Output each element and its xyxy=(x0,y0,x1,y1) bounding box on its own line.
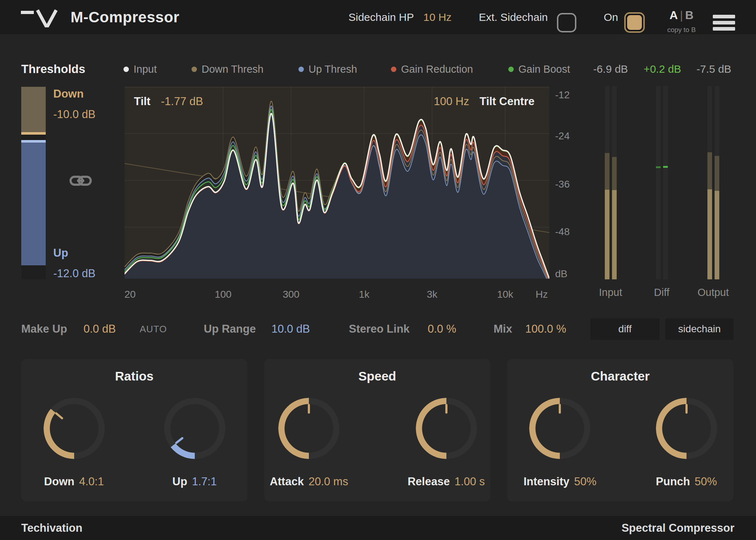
panel-speed: Speed Attack20.0 msRelease1.00 s xyxy=(264,359,490,501)
knob-value[interactable]: 1.7:1 xyxy=(192,475,217,488)
knob-unit: Release1.00 s xyxy=(408,398,485,488)
link-thresholds-icon[interactable] xyxy=(69,173,92,190)
knob-indicator-icon xyxy=(685,404,688,414)
down-threshold-value[interactable]: -10.0 dB xyxy=(53,108,95,121)
legend-item[interactable]: Gain Boost xyxy=(508,61,570,77)
top-bar: M-Compressor Sidechain HP 10 Hz Ext. Sid… xyxy=(0,0,756,34)
make-up-value[interactable]: 0.0 dB xyxy=(84,318,116,340)
meter-reading-value: -7.5 dB xyxy=(697,61,732,77)
x-axis-tick: Hz xyxy=(536,288,548,301)
stereo-link-value[interactable]: 0.0 % xyxy=(428,318,456,340)
threshold-slider[interactable] xyxy=(21,87,46,279)
meter-reading-value: -6.9 dB xyxy=(593,61,628,77)
knob-unit: Down4.0:1 xyxy=(44,398,105,488)
x-axis-tick: 1k xyxy=(359,288,370,301)
knob-label: Up xyxy=(172,475,187,488)
up-threshold-label: Up xyxy=(53,247,68,260)
legend-item[interactable]: Up Thresh xyxy=(298,61,357,77)
knob-attack[interactable] xyxy=(278,398,339,459)
on-toggle-fill xyxy=(627,15,642,30)
plugin-window: M-Compressor Sidechain HP 10 Hz Ext. Sid… xyxy=(0,0,756,540)
knob-caption: Down4.0:1 xyxy=(44,475,104,488)
menu-icon[interactable] xyxy=(713,15,735,33)
down-threshold-region[interactable] xyxy=(21,87,46,132)
knob-value[interactable]: 1.00 s xyxy=(454,475,485,488)
ext-sidechain-label: Ext. Sidechain xyxy=(479,0,548,34)
panel-title: Ratios xyxy=(21,369,247,383)
meter-column-input xyxy=(605,86,617,279)
legend-label: Gain Boost xyxy=(518,63,570,75)
mix-value[interactable]: 100.0 % xyxy=(525,318,566,340)
knob-unit: Punch50% xyxy=(656,398,717,488)
sidechain-button[interactable]: sidechain xyxy=(665,318,734,340)
knob-indicator-icon xyxy=(308,404,310,414)
tilt-label: Tilt xyxy=(134,94,150,109)
auto-button[interactable]: AUTO xyxy=(140,318,167,340)
thresholds-heading: Thresholds xyxy=(21,61,85,77)
knob-indicator-icon xyxy=(54,412,63,420)
legend-item[interactable]: Down Thresh xyxy=(192,61,264,77)
knob-label: Release xyxy=(408,475,450,488)
knob-intensity[interactable] xyxy=(529,398,590,459)
up-range-value[interactable]: 10.0 dB xyxy=(271,318,310,340)
knob-caption: Up1.7:1 xyxy=(172,475,217,488)
up-threshold-handle[interactable] xyxy=(21,140,46,143)
knob-punch[interactable] xyxy=(656,398,717,459)
y-axis-tick: -48 xyxy=(555,225,570,238)
ab-switch[interactable]: A|B xyxy=(662,9,701,22)
knob-label: Intensity xyxy=(523,475,569,488)
spectrum-display[interactable] xyxy=(125,87,549,279)
knob-release[interactable] xyxy=(416,398,477,459)
copy-to-b-button[interactable]: copy to B xyxy=(662,26,701,34)
ext-sidechain-toggle[interactable] xyxy=(557,13,576,32)
knob-caption: Intensity50% xyxy=(523,475,597,488)
knob-label: Attack xyxy=(270,475,304,488)
knob-value[interactable]: 4.0:1 xyxy=(79,475,104,488)
legend-item[interactable]: Input xyxy=(123,61,157,77)
knob-value[interactable]: 20.0 ms xyxy=(309,475,348,488)
up-threshold-value[interactable]: -12.0 dB xyxy=(53,267,95,280)
down-threshold-label: Down xyxy=(53,87,84,100)
sidechain-hp-label: Sidechain HP xyxy=(348,0,414,34)
diff-button[interactable]: diff xyxy=(590,318,660,340)
knob-down[interactable] xyxy=(44,398,105,459)
knob-row: Attack20.0 msRelease1.00 s xyxy=(264,398,490,488)
y-axis-tick: -36 xyxy=(555,178,570,191)
on-toggle[interactable] xyxy=(624,12,645,33)
meter-bar xyxy=(656,86,661,279)
legend-label: Up Thresh xyxy=(309,63,357,75)
x-axis-tick: 3k xyxy=(427,288,438,301)
on-label: On xyxy=(604,0,618,34)
legend-label: Input xyxy=(134,63,157,75)
diff-meter-tick xyxy=(663,166,668,168)
x-axis-tick: 20 xyxy=(125,288,136,301)
tilt-value[interactable]: -1.77 dB xyxy=(161,94,203,109)
knob-unit: Attack20.0 ms xyxy=(270,398,348,488)
meter-column-output xyxy=(707,86,719,279)
legend-item[interactable]: Gain Reduction xyxy=(391,61,473,77)
knob-up[interactable] xyxy=(164,398,225,459)
up-threshold-region[interactable] xyxy=(21,143,46,265)
knob-value[interactable]: 50% xyxy=(695,475,717,488)
knob-caption: Punch50% xyxy=(656,475,717,488)
knob-indicator-icon xyxy=(445,404,447,414)
meter-bar xyxy=(663,86,668,279)
down-threshold-handle[interactable] xyxy=(21,132,46,135)
techivation-logo-icon xyxy=(21,9,63,29)
knob-indicator-icon xyxy=(559,404,561,414)
panel-ratios: Ratios Down4.0:1Up1.7:1 xyxy=(21,359,247,501)
tilt-centre-value[interactable]: 100 Hz xyxy=(434,94,469,109)
make-up-label: Make Up xyxy=(21,318,67,340)
knob-label: Punch xyxy=(656,475,690,488)
knob-row: Intensity50%Punch50% xyxy=(507,398,733,488)
sidechain-hp-value[interactable]: 10 Hz xyxy=(423,0,451,34)
y-axis-tick: -12 xyxy=(555,89,570,102)
meter-column-diff xyxy=(656,86,668,279)
meter-label: Input xyxy=(582,287,639,298)
panel-title: Character xyxy=(507,369,733,383)
knob-value[interactable]: 50% xyxy=(574,475,597,488)
legend-dot-icon xyxy=(298,67,304,72)
tilt-centre-label: Tilt Centre xyxy=(480,94,535,109)
footer: Techivation Spectral Compressor xyxy=(0,516,756,540)
panel-title: Speed xyxy=(264,369,490,383)
